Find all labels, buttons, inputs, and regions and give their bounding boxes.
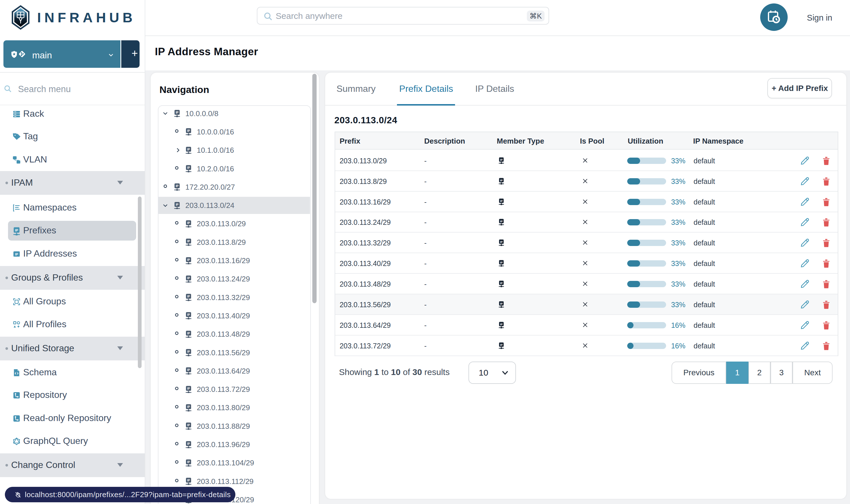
svg-text:IP: IP: [500, 323, 503, 325]
svg-text:IP: IP: [187, 166, 190, 169]
svg-text:IP: IP: [500, 220, 503, 223]
svg-text:IP: IP: [187, 258, 190, 262]
svg-text:IP: IP: [15, 252, 18, 256]
svg-text:IP: IP: [500, 343, 503, 346]
svg-text:IP: IP: [187, 350, 190, 353]
svg-text:IP: IP: [176, 203, 179, 206]
svg-text:IP: IP: [187, 129, 190, 132]
svg-text:IP: IP: [187, 442, 190, 445]
svg-text:IP: IP: [187, 368, 190, 372]
svg-text:IP: IP: [187, 332, 190, 335]
svg-text:IP: IP: [187, 276, 190, 280]
svg-text:IP: IP: [187, 295, 190, 298]
svg-text:IP: IP: [176, 111, 179, 114]
svg-text:IP: IP: [187, 221, 190, 224]
svg-text:IP: IP: [187, 387, 190, 390]
svg-text:IP: IP: [176, 184, 179, 187]
svg-text:IP: IP: [187, 461, 190, 464]
svg-text:IP: IP: [500, 302, 503, 305]
svg-text:IP: IP: [187, 240, 190, 243]
svg-text:IP: IP: [15, 228, 18, 232]
svg-text:IP: IP: [500, 158, 503, 161]
svg-text:IP: IP: [500, 199, 503, 202]
svg-text:IP: IP: [500, 179, 503, 182]
svg-text:IP: IP: [187, 424, 190, 427]
svg-text:IP: IP: [187, 148, 190, 151]
svg-text:IP: IP: [500, 261, 503, 264]
svg-text:IP: IP: [187, 405, 190, 409]
svg-text:IP: IP: [187, 479, 190, 482]
svg-text:IP: IP: [187, 313, 190, 317]
svg-text:IP: IP: [500, 282, 503, 285]
svg-text:IP: IP: [500, 240, 503, 244]
